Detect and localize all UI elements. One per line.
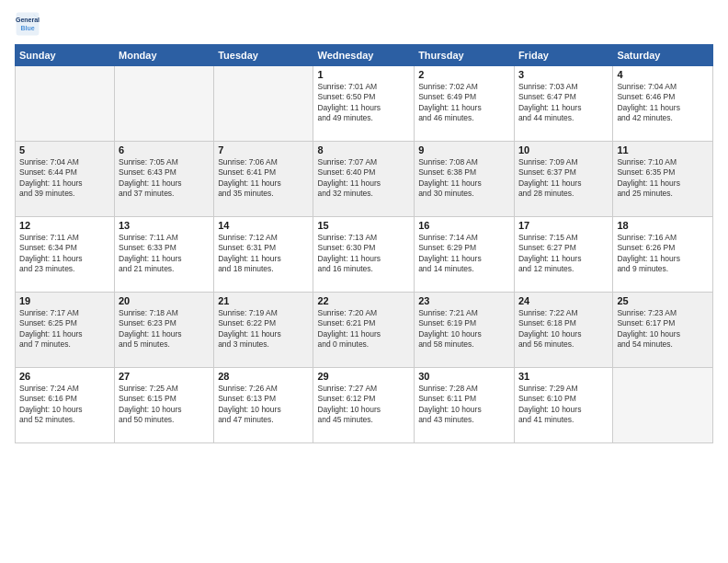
day-info: Sunrise: 7:15 AM Sunset: 6:27 PM Dayligh… [518, 233, 609, 275]
calendar-day: 20Sunrise: 7:18 AM Sunset: 6:23 PM Dayli… [115, 293, 214, 368]
day-info: Sunrise: 7:10 AM Sunset: 6:35 PM Dayligh… [617, 157, 709, 200]
calendar-day: 14Sunrise: 7:12 AM Sunset: 6:31 PM Dayli… [214, 217, 313, 293]
day-info: Sunrise: 7:02 AM Sunset: 6:49 PM Dayligh… [418, 82, 510, 124]
day-info: Sunrise: 7:06 AM Sunset: 6:41 PM Dayligh… [218, 157, 309, 200]
day-info: Sunrise: 7:07 AM Sunset: 6:40 PM Dayligh… [317, 157, 410, 200]
day-info: Sunrise: 7:09 AM Sunset: 6:37 PM Dayligh… [518, 157, 609, 200]
calendar-day [214, 66, 313, 142]
day-number: 31 [518, 371, 609, 382]
calendar-week-4: 19Sunrise: 7:17 AM Sunset: 6:25 PM Dayli… [16, 293, 713, 368]
day-info: Sunrise: 7:04 AM Sunset: 6:46 PM Dayligh… [617, 82, 709, 124]
day-info: Sunrise: 7:12 AM Sunset: 6:31 PM Dayligh… [218, 233, 309, 275]
svg-rect-0 [17, 13, 40, 36]
day-number: 7 [218, 144, 309, 155]
day-number: 12 [19, 220, 110, 231]
day-info: Sunrise: 7:27 AM Sunset: 6:12 PM Dayligh… [317, 384, 410, 426]
day-number: 28 [218, 371, 309, 382]
day-number: 2 [418, 69, 510, 80]
day-header-tuesday: Tuesday [214, 45, 313, 66]
day-number: 27 [119, 371, 210, 382]
svg-text:Blue: Blue [20, 25, 34, 31]
calendar-day: 9Sunrise: 7:08 AM Sunset: 6:38 PM Daylig… [415, 142, 515, 217]
day-info: Sunrise: 7:03 AM Sunset: 6:47 PM Dayligh… [518, 82, 609, 124]
day-header-friday: Friday [514, 45, 612, 66]
calendar-day [16, 66, 115, 142]
day-info: Sunrise: 7:21 AM Sunset: 6:19 PM Dayligh… [418, 308, 510, 350]
calendar-day: 16Sunrise: 7:14 AM Sunset: 6:29 PM Dayli… [415, 217, 515, 293]
day-info: Sunrise: 7:13 AM Sunset: 6:30 PM Dayligh… [317, 233, 410, 275]
calendar-day: 3Sunrise: 7:03 AM Sunset: 6:47 PM Daylig… [514, 66, 612, 142]
day-info: Sunrise: 7:29 AM Sunset: 6:10 PM Dayligh… [518, 384, 609, 426]
day-number: 8 [317, 144, 410, 155]
calendar-day: 12Sunrise: 7:11 AM Sunset: 6:34 PM Dayli… [16, 217, 115, 293]
header: General Blue [15, 11, 713, 37]
day-info: Sunrise: 7:24 AM Sunset: 6:16 PM Dayligh… [19, 384, 110, 426]
day-info: Sunrise: 7:22 AM Sunset: 6:18 PM Dayligh… [518, 308, 609, 350]
calendar-week-3: 12Sunrise: 7:11 AM Sunset: 6:34 PM Dayli… [16, 217, 713, 293]
day-number: 5 [19, 144, 110, 155]
calendar-day [115, 66, 214, 142]
day-info: Sunrise: 7:11 AM Sunset: 6:33 PM Dayligh… [119, 233, 210, 275]
day-info: Sunrise: 7:23 AM Sunset: 6:17 PM Dayligh… [617, 308, 709, 350]
calendar-day: 30Sunrise: 7:28 AM Sunset: 6:11 PM Dayli… [415, 368, 515, 443]
day-number: 15 [317, 220, 410, 231]
day-number: 1 [317, 69, 410, 80]
day-info: Sunrise: 7:19 AM Sunset: 6:22 PM Dayligh… [218, 308, 309, 350]
day-info: Sunrise: 7:11 AM Sunset: 6:34 PM Dayligh… [19, 233, 110, 275]
day-info: Sunrise: 7:20 AM Sunset: 6:21 PM Dayligh… [317, 308, 410, 350]
day-number: 10 [518, 144, 609, 155]
day-info: Sunrise: 7:16 AM Sunset: 6:26 PM Dayligh… [617, 233, 709, 275]
calendar-day: 29Sunrise: 7:27 AM Sunset: 6:12 PM Dayli… [313, 368, 415, 443]
day-number: 30 [418, 371, 510, 382]
day-header-monday: Monday [115, 45, 214, 66]
day-number: 26 [19, 371, 110, 382]
day-number: 29 [317, 371, 410, 382]
calendar-day: 10Sunrise: 7:09 AM Sunset: 6:37 PM Dayli… [514, 142, 612, 217]
day-info: Sunrise: 7:08 AM Sunset: 6:38 PM Dayligh… [418, 157, 510, 200]
day-number: 25 [617, 295, 709, 306]
calendar-day: 28Sunrise: 7:26 AM Sunset: 6:13 PM Dayli… [214, 368, 313, 443]
calendar-day: 1Sunrise: 7:01 AM Sunset: 6:50 PM Daylig… [313, 66, 415, 142]
calendar-week-1: 1Sunrise: 7:01 AM Sunset: 6:50 PM Daylig… [16, 66, 713, 142]
day-number: 11 [617, 144, 709, 155]
day-number: 4 [617, 69, 709, 80]
calendar-day: 31Sunrise: 7:29 AM Sunset: 6:10 PM Dayli… [514, 368, 612, 443]
day-number: 18 [617, 220, 709, 231]
day-number: 19 [19, 295, 110, 306]
calendar-day: 4Sunrise: 7:04 AM Sunset: 6:46 PM Daylig… [613, 66, 713, 142]
calendar-table: SundayMondayTuesdayWednesdayThursdayFrid… [15, 44, 713, 443]
day-number: 17 [518, 220, 609, 231]
day-number: 23 [418, 295, 510, 306]
day-number: 6 [119, 144, 210, 155]
day-number: 21 [218, 295, 309, 306]
calendar-header-row: SundayMondayTuesdayWednesdayThursdayFrid… [16, 45, 713, 66]
page-container: General Blue SundayMondayTuesdayWednesda… [0, 0, 728, 451]
day-number: 24 [518, 295, 609, 306]
day-number: 13 [119, 220, 210, 231]
calendar-day: 21Sunrise: 7:19 AM Sunset: 6:22 PM Dayli… [214, 293, 313, 368]
calendar-day: 15Sunrise: 7:13 AM Sunset: 6:30 PM Dayli… [313, 217, 415, 293]
calendar-day: 19Sunrise: 7:17 AM Sunset: 6:25 PM Dayli… [16, 293, 115, 368]
calendar-day: 24Sunrise: 7:22 AM Sunset: 6:18 PM Dayli… [514, 293, 612, 368]
logo: General Blue [15, 11, 40, 37]
day-info: Sunrise: 7:01 AM Sunset: 6:50 PM Dayligh… [317, 82, 410, 124]
day-info: Sunrise: 7:26 AM Sunset: 6:13 PM Dayligh… [218, 384, 309, 426]
day-info: Sunrise: 7:14 AM Sunset: 6:29 PM Dayligh… [418, 233, 510, 275]
calendar-day: 5Sunrise: 7:04 AM Sunset: 6:44 PM Daylig… [16, 142, 115, 217]
day-number: 20 [119, 295, 210, 306]
day-info: Sunrise: 7:25 AM Sunset: 6:15 PM Dayligh… [119, 384, 210, 426]
day-number: 16 [418, 220, 510, 231]
day-header-thursday: Thursday [415, 45, 515, 66]
day-number: 3 [518, 69, 609, 80]
day-header-saturday: Saturday [613, 45, 713, 66]
day-number: 9 [418, 144, 510, 155]
day-number: 14 [218, 220, 309, 231]
calendar-week-2: 5Sunrise: 7:04 AM Sunset: 6:44 PM Daylig… [16, 142, 713, 217]
calendar-week-5: 26Sunrise: 7:24 AM Sunset: 6:16 PM Dayli… [16, 368, 713, 443]
day-info: Sunrise: 7:04 AM Sunset: 6:44 PM Dayligh… [19, 157, 110, 200]
day-info: Sunrise: 7:17 AM Sunset: 6:25 PM Dayligh… [19, 308, 110, 350]
calendar-day: 7Sunrise: 7:06 AM Sunset: 6:41 PM Daylig… [214, 142, 313, 217]
calendar-day: 23Sunrise: 7:21 AM Sunset: 6:19 PM Dayli… [415, 293, 515, 368]
day-info: Sunrise: 7:28 AM Sunset: 6:11 PM Dayligh… [418, 384, 510, 426]
svg-text:General: General [16, 17, 40, 23]
